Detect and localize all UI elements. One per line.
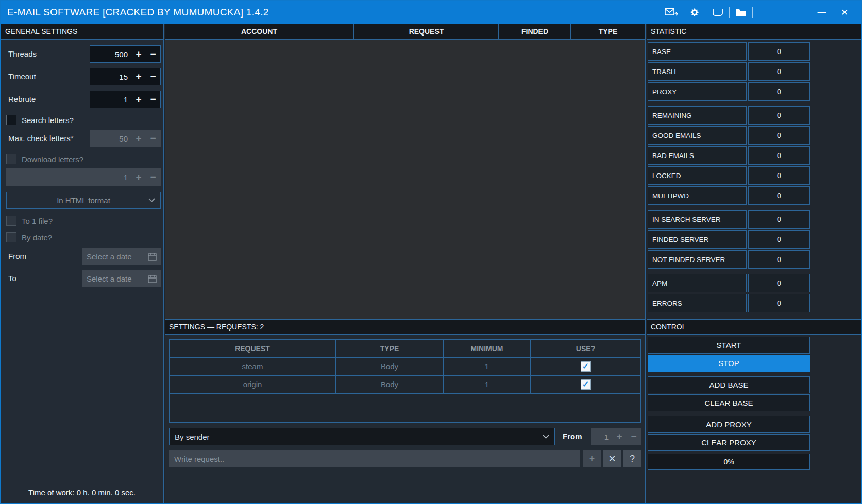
request-type: Body — [336, 376, 444, 393]
add-base-button[interactable]: ADD BASE — [648, 376, 810, 393]
column-minimum[interactable]: MINIMUM — [444, 340, 531, 357]
stat-label: GOOD EMAILS — [648, 126, 747, 145]
minimize-button[interactable]: — — [810, 1, 833, 24]
stat-value: 0 — [748, 82, 810, 101]
stat-row-errors: ERRORS 0 — [648, 294, 810, 312]
stat-value: 0 — [748, 230, 810, 249]
accounts-table-header: ACCOUNT REQUEST FINDED TYPE — [165, 24, 645, 40]
use-checkbox[interactable]: ✓ — [581, 379, 591, 390]
minus-icon[interactable]: − — [146, 48, 160, 60]
clear-base-button[interactable]: CLEAR BASE — [648, 394, 810, 411]
settings-gear-icon[interactable] — [683, 1, 706, 24]
column-finded[interactable]: FINDED — [499, 24, 571, 39]
minus-icon[interactable]: − — [146, 94, 160, 105]
request-filter-value: By sender — [175, 432, 210, 441]
download-letters-label: Download letters? — [22, 155, 83, 164]
to-one-file-checkbox — [6, 216, 16, 226]
rebrute-label: Rebrute — [8, 91, 36, 108]
inbox-icon[interactable] — [706, 1, 729, 24]
timeout-stepper[interactable]: 15 + − — [90, 68, 161, 85]
accounts-table-body — [165, 40, 645, 319]
request-name: origin — [170, 376, 336, 393]
search-letters-row: Search letters? — [6, 114, 74, 126]
stat-label: TRASH — [648, 62, 747, 81]
threads-stepper[interactable]: 500 + − — [90, 45, 161, 63]
question-icon: ? — [630, 454, 635, 464]
minus-icon: − — [627, 431, 641, 442]
check-icon: ✓ — [582, 379, 589, 389]
rebrute-value[interactable]: 1 — [90, 95, 131, 104]
request-row[interactable]: steam Body 1 ✓ — [170, 358, 640, 376]
titlebar-buttons: — ✕ — [660, 1, 861, 24]
timeout-value[interactable]: 15 — [90, 73, 131, 81]
rebrute-stepper[interactable]: 1 + − — [90, 91, 161, 108]
column-use[interactable]: USE? — [531, 340, 640, 357]
stat-label: BASE — [648, 42, 747, 61]
to-date-placeholder: Select a date — [87, 274, 132, 283]
plus-icon: + — [131, 133, 146, 144]
from-date-label: From — [8, 248, 26, 265]
app-window: E-MAIL SOFTWARE [CRACKED BY MUMUMUCKA] 1… — [0, 0, 862, 504]
to-date-picker: Select a date — [82, 270, 161, 287]
max-check-letters-label: Max. check letters* — [8, 130, 74, 147]
from-date-picker: Select a date — [82, 248, 161, 265]
from-date-placeholder: Select a date — [87, 252, 132, 261]
stat-value: 0 — [748, 274, 810, 292]
clear-proxy-button[interactable]: CLEAR PROXY — [648, 434, 810, 451]
search-letters-checkbox[interactable] — [6, 115, 16, 125]
max-check-letters-value: 50 — [90, 134, 131, 143]
compose-mail-icon[interactable] — [660, 1, 683, 24]
column-request[interactable]: REQUEST — [170, 340, 336, 357]
requests-settings-header: SETTINGS — REQUESTS: 2 — [165, 319, 645, 335]
stat-value: 0 — [748, 250, 810, 269]
stat-value: 0 — [748, 210, 810, 229]
plus-icon[interactable]: + — [131, 48, 146, 60]
stat-row-bad-emails: BAD EMAILS 0 — [648, 146, 810, 165]
request-type: Body — [336, 358, 444, 375]
stat-label: MULTIPWD — [648, 186, 747, 205]
stat-row-not-finded-server: NOT FINDED SERVER 0 — [648, 250, 810, 269]
stat-label: FINDED SERVER — [648, 230, 747, 249]
stat-label: REMAINING — [648, 106, 747, 125]
stat-label: ERRORS — [648, 294, 747, 312]
titlebar-separator — [752, 7, 753, 18]
stat-row-base: BASE 0 — [648, 42, 810, 61]
stop-button[interactable]: STOP — [648, 355, 810, 372]
column-type[interactable]: TYPE — [571, 24, 645, 39]
folder-icon[interactable] — [730, 1, 752, 24]
minus-icon: − — [146, 133, 160, 144]
stat-row-good-emails: GOOD EMAILS 0 — [648, 126, 810, 145]
column-request[interactable]: REQUEST — [354, 24, 499, 39]
request-row[interactable]: origin Body 1 ✓ — [170, 376, 640, 394]
plus-icon[interactable]: + — [131, 71, 146, 82]
stat-row-proxy: PROXY 0 — [648, 82, 810, 101]
threads-value[interactable]: 500 — [90, 50, 131, 59]
stat-label: LOCKED — [648, 166, 747, 185]
to-date-label: To — [8, 270, 16, 287]
calendar-icon — [148, 274, 157, 283]
add-proxy-button[interactable]: ADD PROXY — [648, 416, 810, 433]
minus-icon: − — [146, 171, 160, 183]
control-title: CONTROL — [651, 323, 686, 331]
download-count-stepper: 1 + − — [6, 168, 161, 186]
accounts-panel: ACCOUNT REQUEST FINDED TYPE SETTINGS — R… — [165, 24, 646, 503]
titlebar: E-MAIL SOFTWARE [CRACKED BY MUMUMUCKA] 1… — [1, 1, 861, 24]
search-letters-label: Search letters? — [22, 116, 74, 125]
stat-label: NOT FINDED SERVER — [648, 250, 747, 269]
request-use-cell: ✓ — [531, 358, 640, 375]
column-type[interactable]: TYPE — [336, 340, 444, 357]
plus-icon[interactable]: + — [131, 94, 146, 105]
from-count-label: From — [563, 428, 582, 445]
remove-request-button[interactable]: ✕ — [603, 450, 621, 467]
general-settings-header: GENERAL SETTINGS — [1, 24, 163, 40]
use-checkbox[interactable]: ✓ — [581, 361, 591, 372]
column-account[interactable]: ACCOUNT — [165, 24, 354, 39]
request-name: steam — [170, 358, 336, 375]
request-filter-dropdown[interactable]: By sender — [169, 428, 555, 445]
help-button[interactable]: ? — [623, 450, 641, 467]
start-button[interactable]: START — [648, 337, 810, 354]
close-button[interactable]: ✕ — [833, 1, 856, 24]
stat-row-remaining: REMAINING 0 — [648, 106, 810, 125]
main-content: GENERAL SETTINGS Threads 500 + − Timeout… — [1, 24, 861, 503]
minus-icon[interactable]: − — [146, 71, 160, 82]
